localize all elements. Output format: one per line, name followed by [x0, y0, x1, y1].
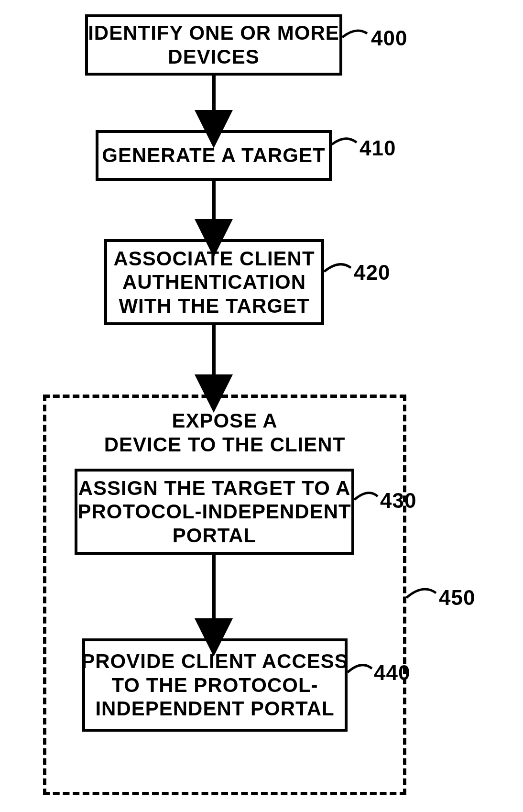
group-450-title-text: EXPOSE A DEVICE TO THE CLIENT	[43, 409, 406, 456]
leader-420	[324, 264, 351, 272]
step-410-text: GENERATE A TARGET	[102, 143, 325, 167]
step-410-ref: 410	[360, 136, 396, 160]
step-410-box: GENERATE A TARGET	[96, 130, 332, 181]
step-420-box: ASSOCIATE CLIENT AUTHENTICATION WITH THE…	[104, 239, 324, 325]
leader-450	[406, 589, 436, 598]
step-400-box: IDENTIFY ONE OR MORE DEVICES	[85, 14, 342, 76]
step-420-ref: 420	[354, 261, 390, 285]
group-450-ref: 450	[439, 586, 475, 610]
step-400-ref: 400	[371, 26, 407, 50]
step-420-text: ASSOCIATE CLIENT AUTHENTICATION WITH THE…	[113, 247, 315, 318]
group-450-title: EXPOSE A DEVICE TO THE CLIENT	[43, 409, 406, 456]
step-440-ref: 440	[374, 661, 410, 685]
leader-400	[342, 31, 367, 37]
flowchart-canvas: IDENTIFY ONE OR MORE DEVICES 400 GENERAT…	[0, 0, 523, 812]
leader-410	[332, 139, 357, 144]
step-440-box: PROVIDE CLIENT ACCESS TO THE PROTOCOL- I…	[82, 638, 348, 732]
step-430-ref: 430	[380, 489, 416, 513]
step-440-text: PROVIDE CLIENT ACCESS TO THE PROTOCOL- I…	[81, 649, 349, 721]
step-430-text: ASSIGN THE TARGET TO A PROTOCOL-INDEPEND…	[77, 476, 351, 548]
step-400-text: IDENTIFY ONE OR MORE DEVICES	[88, 21, 339, 68]
step-430-box: ASSIGN THE TARGET TO A PROTOCOL-INDEPEND…	[75, 469, 354, 555]
